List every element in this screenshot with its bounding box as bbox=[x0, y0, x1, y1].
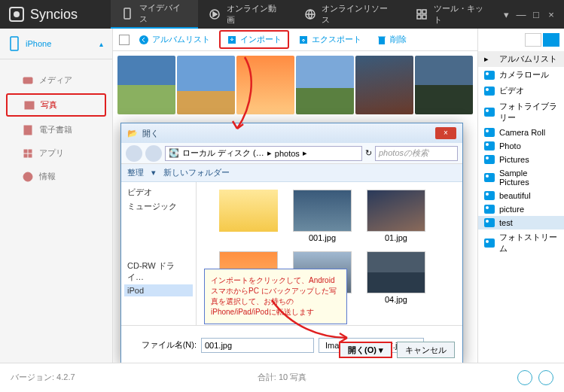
tab-online-resource[interactable]: オンラインリソース bbox=[294, 0, 405, 29]
svg-rect-13 bbox=[29, 150, 32, 153]
svg-rect-11 bbox=[24, 126, 32, 135]
twitter-icon[interactable] bbox=[538, 370, 553, 385]
export-icon bbox=[298, 35, 309, 45]
grid-view-button[interactable] bbox=[543, 33, 559, 47]
back-icon bbox=[139, 35, 149, 45]
svg-rect-14 bbox=[24, 154, 27, 157]
version-label: バージョン: 4.2.7 bbox=[11, 372, 75, 383]
import-button[interactable]: インポート bbox=[219, 30, 289, 49]
album-item[interactable]: Camera Roll bbox=[478, 126, 564, 139]
nav-back-button[interactable] bbox=[126, 145, 142, 162]
album-item[interactable]: Pictures bbox=[478, 153, 564, 166]
logo: Syncios bbox=[0, 7, 111, 23]
delete-icon bbox=[377, 35, 387, 45]
phone-icon bbox=[9, 36, 20, 51]
sidebar-item-ebook[interactable]: 電子書籍 bbox=[6, 120, 106, 140]
book-icon bbox=[23, 125, 33, 135]
menu-icon[interactable]: ▾ bbox=[501, 9, 511, 20]
new-folder-button[interactable]: 新しいフォルダー bbox=[163, 167, 230, 178]
tab-my-device[interactable]: マイデバイス bbox=[111, 0, 198, 29]
svg-rect-4 bbox=[422, 10, 426, 14]
device-selector[interactable]: iPhone ▴ bbox=[0, 29, 112, 59]
album-item[interactable]: picture bbox=[478, 202, 564, 216]
svg-point-16 bbox=[23, 172, 32, 181]
svg-rect-7 bbox=[11, 37, 18, 50]
file-item[interactable] bbox=[219, 190, 278, 242]
album-item[interactable]: Sample Pictures bbox=[478, 166, 564, 189]
svg-rect-6 bbox=[422, 15, 426, 19]
album-icon bbox=[484, 218, 495, 227]
maximize-button[interactable]: □ bbox=[531, 9, 541, 20]
album-item[interactable]: beautiful bbox=[478, 189, 564, 202]
album-icon bbox=[484, 71, 495, 80]
grid-icon bbox=[416, 8, 428, 20]
refresh-icon[interactable]: ↻ bbox=[365, 148, 372, 158]
organize-menu[interactable]: 整理 bbox=[127, 167, 144, 178]
album-item[interactable]: フォトストリーム bbox=[478, 229, 564, 257]
image-icon bbox=[367, 190, 425, 232]
status-bar: バージョン: 4.2.7 合計: 10 写真 bbox=[0, 363, 564, 391]
sidebar-item-media[interactable]: メディア bbox=[6, 70, 106, 90]
album-header: ▸アルバムリスト bbox=[478, 51, 564, 67]
dialog-side-item[interactable]: ビデオ bbox=[124, 185, 193, 199]
list-view-button[interactable] bbox=[525, 33, 541, 47]
photo-thumb[interactable] bbox=[117, 56, 175, 114]
photo-thumb[interactable] bbox=[236, 56, 294, 114]
info-icon bbox=[23, 172, 33, 182]
sidebar-item-app[interactable]: アプリ bbox=[6, 143, 106, 163]
photo-icon bbox=[24, 100, 35, 111]
toolbar: アルバムリスト インポート エクスポート 削除 bbox=[113, 29, 477, 51]
file-item[interactable]: 01.jpg bbox=[367, 190, 425, 242]
sidebar: iPhone ▴ メディア 写真 電子書籍 アプリ 情報 bbox=[0, 29, 113, 363]
folder-icon: 📂 bbox=[127, 129, 138, 138]
open-file-button[interactable]: 開く(O) ▾ bbox=[339, 342, 392, 358]
chevron-up-icon: ▴ bbox=[99, 40, 103, 48]
delete-button[interactable]: 削除 bbox=[370, 32, 413, 47]
dialog-side-item[interactable]: CD-RW ドライ… bbox=[124, 259, 193, 284]
svg-rect-12 bbox=[24, 150, 27, 153]
import-icon bbox=[227, 35, 237, 45]
dialog-sidebar: ビデオ ミュージック CD-RW ドライ… iPod bbox=[121, 182, 197, 325]
filename-input[interactable] bbox=[201, 338, 314, 353]
tab-toolkit[interactable]: ツール・キット bbox=[405, 0, 501, 29]
filename-label: ファイル名(N): bbox=[129, 339, 197, 351]
album-list-button[interactable]: アルバムリスト bbox=[133, 32, 216, 47]
svg-rect-20 bbox=[379, 37, 385, 44]
album-item[interactable]: Photo bbox=[478, 139, 564, 153]
album-icon bbox=[484, 191, 495, 200]
facebook-icon[interactable] bbox=[517, 370, 532, 385]
dialog-search-input[interactable]: photosの検索 bbox=[375, 146, 458, 161]
minimize-button[interactable]: — bbox=[516, 9, 526, 20]
close-button[interactable]: × bbox=[546, 9, 556, 20]
album-item[interactable]: test bbox=[478, 216, 564, 229]
sidebar-item-photo[interactable]: 写真 bbox=[6, 93, 106, 117]
file-item[interactable]: 04.jpg bbox=[367, 251, 425, 304]
cancel-button[interactable]: キャンセル bbox=[397, 342, 455, 358]
photo-thumbnails bbox=[113, 51, 477, 119]
album-item[interactable]: カメラロール bbox=[478, 67, 564, 83]
album-item[interactable]: フォトライブラリー bbox=[478, 99, 564, 126]
tab-online-video[interactable]: オンライン動画 bbox=[198, 0, 294, 29]
album-icon bbox=[484, 173, 495, 182]
device-icon bbox=[121, 8, 133, 20]
path-box[interactable]: 💽 ローカル ディスク (…▸ photos▸ bbox=[165, 146, 362, 161]
svg-rect-0 bbox=[124, 8, 130, 19]
file-item[interactable]: 001.jpg bbox=[293, 190, 352, 242]
photo-thumb[interactable] bbox=[355, 56, 413, 114]
dialog-side-item[interactable]: iPod bbox=[124, 284, 193, 296]
photo-thumb[interactable] bbox=[415, 56, 473, 114]
photo-thumb[interactable] bbox=[177, 56, 235, 114]
album-item[interactable]: ビデオ bbox=[478, 83, 564, 99]
image-icon bbox=[293, 190, 352, 232]
dialog-close-button[interactable]: × bbox=[435, 127, 456, 139]
export-button[interactable]: エクスポート bbox=[292, 32, 367, 47]
dialog-side-item[interactable]: ミュージック bbox=[124, 199, 193, 214]
logo-icon bbox=[9, 7, 24, 22]
sidebar-item-info[interactable]: 情報 bbox=[6, 166, 106, 187]
photo-thumb[interactable] bbox=[296, 56, 354, 114]
annotation-note: インポートをクリックして、Android スマホからPC にバックアップした写真… bbox=[204, 269, 347, 324]
nav-fwd-button[interactable] bbox=[145, 145, 162, 162]
app-icon bbox=[23, 148, 33, 159]
select-all-checkbox[interactable] bbox=[119, 35, 130, 45]
svg-point-17 bbox=[139, 35, 148, 44]
